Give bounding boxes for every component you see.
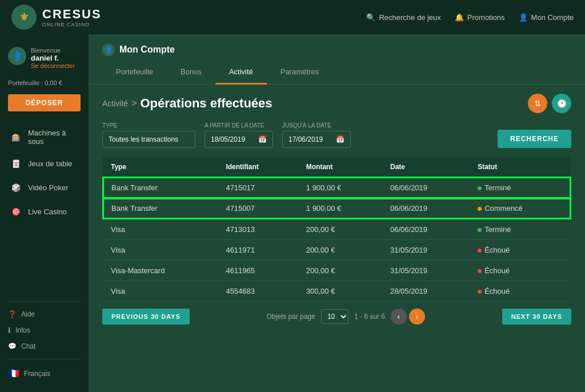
filter-row: Type Toutes les transactions Dépôts Retr… xyxy=(102,122,571,148)
username: daniel f. xyxy=(31,54,81,62)
sidebar-item-label: Live Casino xyxy=(28,207,67,216)
cell-amount: 200,00 € xyxy=(298,219,382,240)
chat-icon: 💬 xyxy=(8,342,17,350)
logo-area: ⚜ CRESUS ONLINE CASINO xyxy=(11,5,102,30)
cell-type: Visa-Mastercard xyxy=(103,261,218,281)
account-nav-item[interactable]: 👤 Mon Compte xyxy=(519,13,574,22)
table-row[interactable]: Visa 4713013 200,00 € 06/06/2019 Terminé xyxy=(103,219,571,240)
logout-link[interactable]: Se déconnecter xyxy=(31,62,81,69)
sort-button[interactable]: ⇅ xyxy=(528,94,547,113)
poker-icon: 🎲 xyxy=(10,181,22,194)
slots-icon: 🎰 xyxy=(10,131,22,143)
sidebar-item-slots[interactable]: 🎰 Machines à sous xyxy=(0,123,89,151)
logo-title: CRESUS xyxy=(42,7,102,22)
table-row[interactable]: Visa 4611971 200,00 € 31/05/2019 Échoué xyxy=(103,240,571,261)
prev-days-button[interactable]: PREVIOUS 30 DAYS xyxy=(102,309,190,325)
cell-date: 31/05/2019 xyxy=(382,261,470,281)
cell-amount: 200,00 € xyxy=(298,261,382,281)
search-nav-item[interactable]: 🔍 Recherche de jeux xyxy=(366,13,440,22)
history-button[interactable]: 🕐 xyxy=(552,94,571,113)
table-row[interactable]: Visa-Mastercard 4611965 200,00 € 31/05/2… xyxy=(103,261,571,281)
cell-status: Échoué xyxy=(470,281,571,302)
cell-date: 28/05/2019 xyxy=(382,281,470,302)
cell-status: Commencé xyxy=(470,198,571,219)
aide-label: Aide xyxy=(21,310,35,318)
type-select[interactable]: Toutes les transactions Dépôts Retraits xyxy=(102,131,195,148)
tab-parametres[interactable]: Paramètres xyxy=(267,61,332,85)
cell-date: 06/06/2019 xyxy=(382,219,470,240)
page-title: Opérations effectuées xyxy=(140,96,272,111)
search-button[interactable]: RECHERCHE xyxy=(498,130,571,148)
breadcrumb-link[interactable]: Activité xyxy=(102,99,128,108)
status-dot xyxy=(478,269,482,273)
page-range: 1 - 6 sur 6 xyxy=(354,313,385,321)
main-layout: 👤 Bienvenue daniel f. Se déconnecter Por… xyxy=(0,34,585,392)
breadcrumb-sep: > xyxy=(131,98,137,109)
cell-id: 4611971 xyxy=(218,240,298,261)
bell-icon: 🔔 xyxy=(455,13,464,22)
calendar-icon2: 📅 xyxy=(336,135,344,143)
action-icons: ⇅ 🕐 xyxy=(528,94,571,113)
cell-id: 4715007 xyxy=(218,198,298,219)
per-page-label: Objets par page xyxy=(267,313,315,321)
account-tabs: Portefeuille Bonus Activité Paramètres xyxy=(89,61,585,85)
sidebar-item-label: Vidéo Poker xyxy=(28,183,69,192)
logo-subtitle: ONLINE CASINO xyxy=(42,22,102,27)
cell-id: 4713013 xyxy=(218,219,298,240)
cell-amount: 200,00 € xyxy=(298,240,382,261)
cell-type: Visa xyxy=(103,281,218,302)
content-area: Activité > Opérations effectuées ⇅ 🕐 Typ… xyxy=(89,85,585,334)
status-dot xyxy=(478,249,482,253)
next-days-button[interactable]: NEXT 30 DAYS xyxy=(502,309,571,325)
table-row[interactable]: Visa 4554683 300,00 € 28/05/2019 Échoué xyxy=(103,281,571,302)
tab-bonus[interactable]: Bonus xyxy=(167,61,215,85)
table-row[interactable]: Bank Transfer 4715007 1 900,00 € 06/06/2… xyxy=(103,198,571,219)
sidebar-item-live[interactable]: 🎯 Live Casino xyxy=(0,199,89,223)
cell-id: 4611965 xyxy=(218,261,298,281)
date-from-label: A partir de la date xyxy=(205,122,273,129)
cell-id: 4715017 xyxy=(218,177,298,198)
sidebar-nav: 🎰 Machines à sous 🃏 Jeux de table 🎲 Vidé… xyxy=(0,123,89,297)
cell-type: Visa xyxy=(103,219,218,240)
date-from-value: 18/05/2019 xyxy=(211,135,245,143)
deposit-button[interactable]: DÉPOSER xyxy=(8,94,81,111)
chat-label: Chat xyxy=(21,342,35,350)
breadcrumb-title: Activité > Opérations effectuées ⇅ 🕐 xyxy=(102,94,571,113)
sidebar-item-table[interactable]: 🃏 Jeux de table xyxy=(0,151,89,175)
cell-date: 31/05/2019 xyxy=(382,240,470,261)
col-id: Identifiant xyxy=(218,157,298,177)
col-type: Type xyxy=(103,157,218,177)
tab-activite[interactable]: Activité xyxy=(215,61,267,85)
status-dot xyxy=(478,207,482,211)
info-icon: ℹ xyxy=(8,326,11,334)
search-label: Recherche de jeux xyxy=(379,13,440,22)
sidebar-bottom: ❓ Aide ℹ Infos 💬 Chat 🇫🇷 Français xyxy=(0,297,89,392)
col-amount: Montant xyxy=(298,157,382,177)
page-prev-button[interactable]: ‹ xyxy=(391,309,407,325)
pagination-center: Objets par page 10 25 50 1 - 6 sur 6 ‹ › xyxy=(267,309,425,325)
sidebar: 👤 Bienvenue daniel f. Se déconnecter Por… xyxy=(0,34,89,392)
sidebar-item-infos[interactable]: ℹ Infos xyxy=(0,322,89,338)
page-next-button[interactable]: › xyxy=(409,309,425,325)
date-to-input[interactable]: 17/06/2019 📅 xyxy=(282,131,351,148)
sidebar-item-language[interactable]: 🇫🇷 Français xyxy=(0,364,89,383)
cell-status: Terminé xyxy=(470,219,571,240)
avatar: 👤 xyxy=(8,47,26,65)
transactions-table: Type Identifiant Montant Date Statut Ban… xyxy=(102,157,571,302)
type-label: Type xyxy=(102,122,195,129)
calendar-icon: 📅 xyxy=(258,135,267,143)
table-row[interactable]: Bank Transfer 4715017 1 900,00 € 06/06/2… xyxy=(103,177,571,198)
cell-date: 06/06/2019 xyxy=(382,177,470,198)
tab-portefeuille[interactable]: Portefeuille xyxy=(102,61,167,85)
per-page-select[interactable]: 10 25 50 xyxy=(321,309,348,324)
date-from-input[interactable]: 18/05/2019 📅 xyxy=(205,131,273,148)
divider2 xyxy=(8,359,81,359)
welcome-text: Bienvenue xyxy=(31,47,81,54)
sidebar-item-poker[interactable]: 🎲 Vidéo Poker xyxy=(0,175,89,199)
cell-amount: 1 900,00 € xyxy=(298,198,382,219)
promotions-nav-item[interactable]: 🔔 Promotions xyxy=(455,13,505,22)
sidebar-item-aide[interactable]: ❓ Aide xyxy=(0,306,89,322)
date-to-label: Jusqu'à la date xyxy=(282,122,351,129)
cell-type: Bank Transfer xyxy=(103,198,218,219)
sidebar-item-chat[interactable]: 💬 Chat xyxy=(0,338,89,354)
